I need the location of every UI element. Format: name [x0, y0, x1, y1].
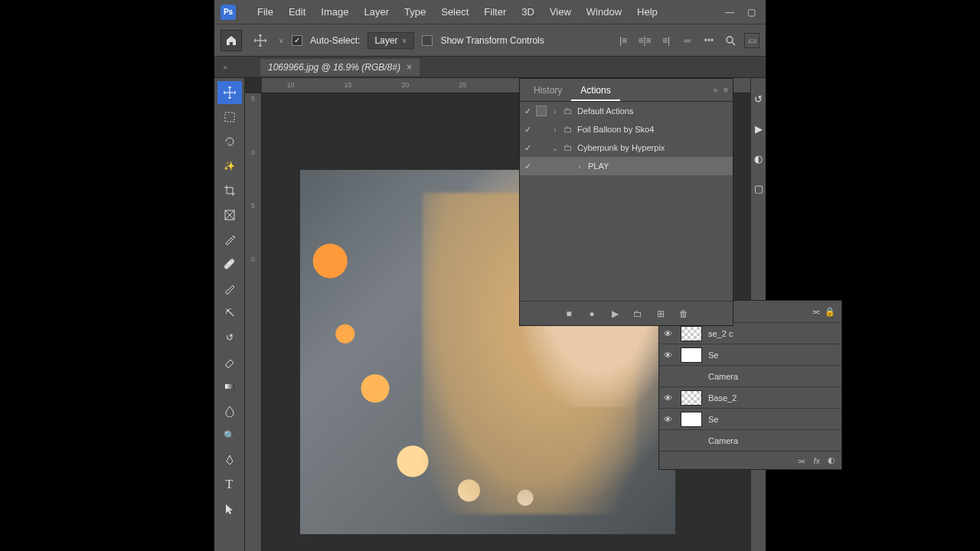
- move-tool[interactable]: [217, 81, 242, 104]
- show-transform-checkbox[interactable]: ✓: [422, 35, 433, 46]
- autoselect-target-dropdown[interactable]: Layer ∨: [368, 32, 414, 49]
- begin-record-icon[interactable]: ●: [586, 308, 598, 320]
- layer-row[interactable]: Camera: [659, 429, 841, 451]
- lasso-tool[interactable]: [217, 130, 242, 153]
- eraser-tool[interactable]: [217, 350, 242, 373]
- clone-stamp-tool[interactable]: ⛏: [217, 302, 242, 324]
- action-set-foil[interactable]: › Foil Balloon by Sko4: [520, 120, 733, 139]
- distribute-icon[interactable]: ═: [680, 33, 695, 48]
- frame-tool[interactable]: [217, 204, 242, 227]
- layer-row[interactable]: 👁 Se: [659, 408, 841, 429]
- search-icon[interactable]: [723, 33, 738, 48]
- actions-dock-icon[interactable]: ▶: [755, 123, 763, 135]
- play-action-icon[interactable]: ▶: [609, 308, 621, 320]
- expand-icon[interactable]: ›: [551, 126, 559, 134]
- layer-name: Base_2: [708, 393, 737, 403]
- minimize-icon[interactable]: —: [724, 7, 735, 18]
- align-left-icon[interactable]: |≡: [616, 33, 631, 48]
- properties-dock-icon[interactable]: ▢: [754, 183, 763, 194]
- link-layers-icon[interactable]: ⫘: [797, 456, 805, 465]
- action-set-cyberpunk[interactable]: ⌄ Cyberpunk by Hyperpix: [520, 139, 733, 157]
- tab-actions[interactable]: Actions: [571, 80, 619, 100]
- layer-row[interactable]: Camera: [659, 365, 841, 386]
- crop-tool[interactable]: [217, 179, 242, 202]
- new-set-icon[interactable]: 🗀: [632, 308, 644, 320]
- action-set-default[interactable]: › Default Actions: [520, 102, 733, 120]
- healing-brush-tool[interactable]: 🩹: [217, 253, 242, 276]
- panel-menu-icon[interactable]: ≡: [724, 86, 728, 94]
- marquee-tool[interactable]: [217, 106, 242, 129]
- lock-icon[interactable]: 🔒: [825, 307, 835, 317]
- visibility-icon[interactable]: 👁: [664, 350, 675, 360]
- toggle-icon[interactable]: [524, 106, 531, 116]
- align-center-icon[interactable]: ≡|≡: [637, 33, 652, 48]
- menu-type[interactable]: Type: [397, 2, 433, 22]
- new-action-icon[interactable]: ⊞: [655, 308, 667, 320]
- collapse-panels-icon[interactable]: »: [217, 64, 233, 71]
- pen-tool[interactable]: [217, 448, 242, 471]
- visibility-icon[interactable]: 👁: [664, 329, 675, 338]
- menu-view[interactable]: View: [542, 2, 579, 22]
- main-area: ✨ 🩹 ⛏ ↺ 🔍 T 10 15 20 25 5: [214, 78, 766, 551]
- fx-icon[interactable]: fx: [813, 456, 820, 465]
- menu-image[interactable]: Image: [313, 2, 356, 22]
- menu-file[interactable]: File: [250, 2, 281, 22]
- delete-icon[interactable]: 🗑: [678, 308, 690, 320]
- magic-wand-tool[interactable]: ✨: [217, 155, 242, 178]
- visibility-icon[interactable]: 👁: [664, 415, 675, 424]
- document-tab[interactable]: 1069966.jpg @ 16.9% (RGB/8#) ×: [260, 59, 420, 76]
- blur-tool[interactable]: [217, 399, 242, 422]
- menu-layer[interactable]: Layer: [357, 2, 397, 22]
- mask-icon[interactable]: ◐: [828, 455, 835, 465]
- eyedropper-tool[interactable]: [217, 228, 242, 251]
- chevron-down-icon: ∨: [402, 37, 407, 44]
- collapse-icon[interactable]: ⌄: [551, 144, 559, 152]
- menu-window[interactable]: Window: [579, 2, 629, 22]
- workspace-icon[interactable]: ▭: [744, 33, 760, 48]
- ruler-tick: 0: [245, 254, 261, 308]
- expand-icon[interactable]: ›: [576, 162, 583, 171]
- adjustments-dock-icon[interactable]: ◐: [754, 153, 763, 165]
- layer-row[interactable]: 👁 Base_2: [659, 386, 841, 408]
- collapse-panel-icon[interactable]: »: [714, 86, 718, 94]
- menu-select[interactable]: Select: [433, 2, 476, 22]
- align-right-icon[interactable]: ≡|: [658, 33, 674, 48]
- tool-preset-chevron-icon[interactable]: ∨: [279, 37, 284, 44]
- actions-list: › Default Actions › Foil Balloon by Sko4: [520, 102, 733, 301]
- home-button[interactable]: [220, 30, 242, 51]
- canvas-area[interactable]: 10 15 20 25 5 0 5 0 History Actions: [245, 78, 750, 551]
- toggle-icon[interactable]: [524, 161, 531, 171]
- dodge-tool[interactable]: 🔍: [217, 424, 242, 447]
- history-brush-tool[interactable]: ↺: [217, 326, 242, 349]
- tab-history[interactable]: History: [524, 80, 571, 100]
- tool-indicator-move-icon[interactable]: [250, 30, 271, 51]
- brush-tool[interactable]: [217, 277, 242, 300]
- visibility-icon[interactable]: 👁: [664, 393, 675, 403]
- menu-edit[interactable]: Edit: [281, 2, 313, 22]
- close-tab-icon[interactable]: ×: [407, 62, 412, 73]
- link-icon[interactable]: ⫘: [812, 307, 820, 316]
- autoselect-label: Auto-Select:: [310, 35, 360, 46]
- toggle-icon[interactable]: [524, 125, 531, 135]
- history-dock-icon[interactable]: ↺: [754, 93, 763, 105]
- layer-row[interactable]: 👁 Se: [659, 344, 841, 365]
- dialog-toggle-icon[interactable]: [536, 106, 547, 116]
- maximize-icon[interactable]: ▢: [746, 7, 756, 18]
- svg-rect-1: [225, 112, 234, 122]
- stop-record-icon[interactable]: ■: [563, 308, 575, 320]
- expand-icon[interactable]: ›: [551, 107, 559, 116]
- autoselect-checkbox[interactable]: ✓: [292, 35, 302, 46]
- gradient-tool[interactable]: [217, 375, 242, 398]
- menu-help[interactable]: Help: [629, 2, 665, 22]
- svg-point-0: [727, 37, 733, 43]
- layer-name: se_2 c: [708, 329, 733, 338]
- options-bar: ∨ ✓ Auto-Select: Layer ∨ ✓ Show Transfor…: [214, 24, 766, 57]
- type-tool[interactable]: T: [217, 473, 242, 496]
- menu-3d[interactable]: 3D: [514, 2, 542, 22]
- layer-name: Camera: [708, 372, 738, 381]
- menu-filter[interactable]: Filter: [476, 2, 514, 22]
- action-play[interactable]: › PLAY: [520, 157, 733, 175]
- path-selection-tool[interactable]: [217, 497, 242, 520]
- more-align-icon[interactable]: •••: [701, 33, 717, 48]
- toggle-icon[interactable]: [524, 143, 531, 153]
